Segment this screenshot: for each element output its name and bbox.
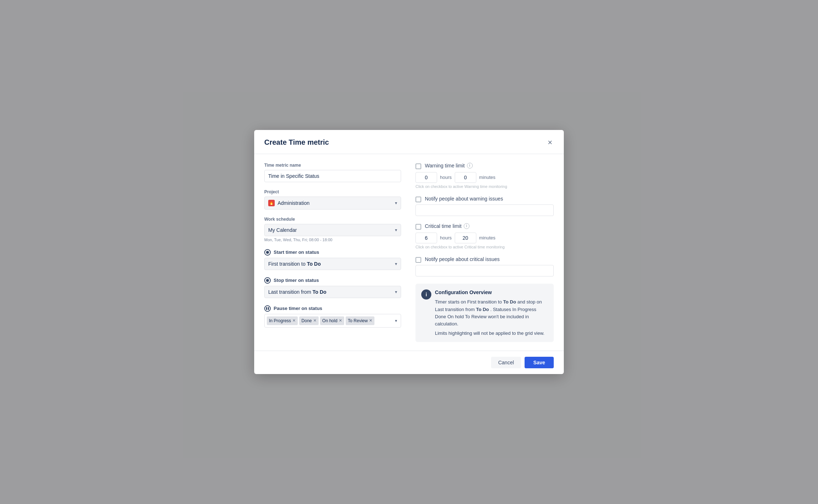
stop-timer-field: Stop timer on status Last transition fro… bbox=[264, 277, 401, 298]
tag-label: In Progress bbox=[269, 318, 291, 323]
tag-label: Done bbox=[301, 318, 312, 323]
hours-label: hours bbox=[440, 175, 452, 180]
minutes-label: minutes bbox=[479, 175, 496, 180]
modal-body: Time metric name Project 🔥 Administratio… bbox=[254, 154, 564, 351]
chevron-down-icon: ▾ bbox=[395, 289, 397, 294]
notify-critical-input[interactable] bbox=[415, 265, 554, 276]
project-icon: 🔥 bbox=[268, 200, 275, 206]
notify-critical-label: Notify people about critical issues bbox=[425, 256, 500, 262]
tag-remove-icon[interactable]: ✕ bbox=[339, 318, 342, 323]
critical-limit-label: Critical time limit i bbox=[425, 223, 469, 229]
warning-checkbox-row: Warning time limit i bbox=[415, 163, 554, 169]
critical-time-inputs: hours minutes bbox=[415, 233, 554, 243]
warning-limit-section: Warning time limit i hours minutes Click… bbox=[415, 163, 554, 189]
work-schedule-select[interactable]: My Calendar ▾ bbox=[264, 224, 401, 236]
start-timer-radio[interactable] bbox=[264, 249, 271, 256]
chevron-down-icon: ▾ bbox=[395, 228, 397, 233]
modal-overlay: Create Time metric × Time metric name Pr… bbox=[0, 0, 818, 504]
metric-name-label: Time metric name bbox=[264, 163, 401, 168]
warning-minutes-input[interactable] bbox=[455, 172, 476, 183]
warning-hint: Click on checkbox to active Warning time… bbox=[415, 184, 554, 189]
project-label: Project bbox=[264, 189, 401, 194]
start-timer-label: Start timer on status bbox=[274, 249, 319, 255]
notify-critical-checkbox[interactable] bbox=[415, 257, 421, 263]
list-item: Done ✕ bbox=[299, 316, 319, 325]
left-column: Time metric name Project 🔥 Administratio… bbox=[264, 163, 401, 342]
stop-timer-radio[interactable] bbox=[264, 277, 271, 284]
stop-timer-prefix: Last transition from bbox=[268, 289, 311, 295]
stop-timer-radio-row: Stop timer on status bbox=[264, 277, 401, 284]
modal-title: Create Time metric bbox=[264, 138, 329, 147]
config-overview-line2: Limits highlighting will not be applied … bbox=[435, 330, 548, 337]
chevron-down-icon: ▾ bbox=[395, 261, 397, 266]
project-select[interactable]: 🔥 Administration ▾ bbox=[264, 197, 401, 210]
list-item: On hold ✕ bbox=[320, 316, 344, 325]
warning-info-icon[interactable]: i bbox=[467, 163, 473, 168]
tag-remove-icon[interactable]: ✕ bbox=[313, 318, 316, 323]
metric-name-field: Time metric name bbox=[264, 163, 401, 182]
warning-hours-input[interactable] bbox=[415, 172, 437, 183]
config-overview: i Configuration Overview Timer starts on… bbox=[415, 284, 554, 342]
project-field: Project 🔥 Administration ▾ bbox=[264, 189, 401, 210]
critical-limit-section: Critical time limit i hours minutes Clic… bbox=[415, 223, 554, 249]
work-schedule-value: My Calendar bbox=[268, 227, 297, 233]
tag-label: On hold bbox=[322, 318, 337, 323]
chevron-down-icon: ▾ bbox=[395, 318, 397, 323]
tag-remove-icon[interactable]: ✕ bbox=[369, 318, 372, 323]
tag-remove-icon[interactable]: ✕ bbox=[292, 318, 296, 323]
project-value: Administration bbox=[278, 200, 310, 206]
pause-timer-icon[interactable] bbox=[264, 305, 271, 312]
notify-warning-label: Notify people about warning issues bbox=[425, 196, 503, 202]
right-column: Warning time limit i hours minutes Click… bbox=[415, 163, 554, 342]
modal-header: Create Time metric × bbox=[254, 130, 564, 154]
critical-checkbox[interactable] bbox=[415, 224, 421, 230]
notify-warning-checkbox-row: Notify people about warning issues bbox=[415, 196, 554, 202]
warning-time-inputs: hours minutes bbox=[415, 172, 554, 183]
pause-status-tags[interactable]: In Progress ✕ Done ✕ On hold ✕ To Revi bbox=[264, 314, 401, 328]
stop-timer-label: Stop timer on status bbox=[274, 278, 319, 283]
warning-limit-label: Warning time limit i bbox=[425, 163, 473, 168]
stop-timer-select[interactable]: Last transition from To Do ▾ bbox=[264, 286, 401, 298]
list-item: To Review ✕ bbox=[346, 316, 374, 325]
critical-checkbox-row: Critical time limit i bbox=[415, 223, 554, 230]
warning-checkbox[interactable] bbox=[415, 163, 421, 169]
pause-timer-label: Pause timer on status bbox=[274, 306, 322, 311]
config-overview-title: Configuration Overview bbox=[435, 289, 548, 297]
hours-label: hours bbox=[440, 235, 452, 240]
start-timer-field: Start timer on status First transition t… bbox=[264, 249, 401, 270]
create-time-metric-modal: Create Time metric × Time metric name Pr… bbox=[254, 130, 564, 374]
config-overview-text: Configuration Overview Timer starts on F… bbox=[435, 289, 548, 337]
pause-timer-field: Pause timer on status In Progress ✕ Done… bbox=[264, 305, 401, 328]
config-overview-line1: Timer starts on First transition to To D… bbox=[435, 298, 548, 328]
start-timer-radio-row: Start timer on status bbox=[264, 249, 401, 256]
modal-footer: Cancel Save bbox=[254, 351, 564, 374]
start-timer-status: To Do bbox=[307, 261, 321, 267]
notify-warning-input[interactable] bbox=[415, 204, 554, 216]
close-button[interactable]: × bbox=[546, 137, 554, 148]
pause-timer-radio-row: Pause timer on status bbox=[264, 305, 401, 312]
notify-warning-section: Notify people about warning issues bbox=[415, 196, 554, 216]
critical-minutes-input[interactable] bbox=[455, 233, 476, 243]
critical-info-icon[interactable]: i bbox=[464, 223, 469, 229]
work-schedule-hint: Mon, Tue, Wed, Thu, Fri; 08:00 - 18:00 bbox=[264, 238, 401, 242]
start-timer-prefix: First transition to bbox=[268, 261, 305, 267]
start-timer-select[interactable]: First transition to To Do ▾ bbox=[264, 258, 401, 270]
config-info-icon: i bbox=[421, 289, 431, 300]
save-button[interactable]: Save bbox=[525, 357, 554, 368]
stop-timer-status: To Do bbox=[313, 289, 327, 295]
metric-name-input[interactable] bbox=[264, 170, 401, 182]
critical-hours-input[interactable] bbox=[415, 233, 437, 243]
cancel-button[interactable]: Cancel bbox=[491, 357, 521, 368]
tag-label: To Review bbox=[348, 318, 368, 323]
work-schedule-field: Work schedule My Calendar ▾ Mon, Tue, We… bbox=[264, 217, 401, 242]
work-schedule-label: Work schedule bbox=[264, 217, 401, 222]
chevron-down-icon: ▾ bbox=[395, 201, 397, 206]
notify-critical-checkbox-row: Notify people about critical issues bbox=[415, 256, 554, 263]
list-item: In Progress ✕ bbox=[267, 316, 298, 325]
notify-critical-section: Notify people about critical issues bbox=[415, 256, 554, 276]
notify-warning-checkbox[interactable] bbox=[415, 197, 421, 202]
minutes-label: minutes bbox=[479, 235, 496, 240]
critical-hint: Click on checkbox to active Critical tim… bbox=[415, 245, 554, 249]
